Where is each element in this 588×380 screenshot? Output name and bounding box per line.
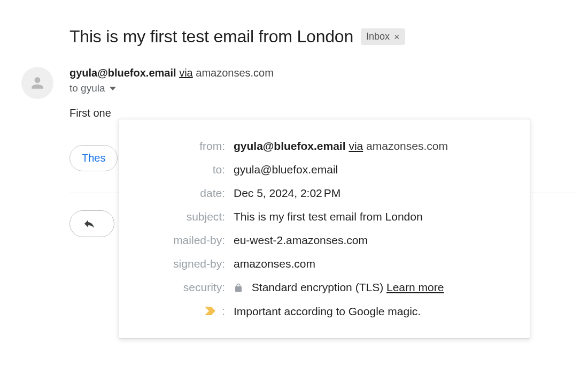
via-domain: amazonses.com (196, 67, 274, 79)
details-date-label: date: (134, 181, 229, 205)
details-to-value: gyula@bluefox.email (229, 158, 515, 181)
details-signedby-label: signed-by: (134, 252, 229, 276)
action-pill-button[interactable]: Thes (69, 145, 118, 171)
details-security-text: Standard encryption (TLS) (252, 281, 383, 293)
show-details-toggle[interactable]: to gyula (69, 82, 116, 94)
details-subject-label: subject: (134, 205, 229, 229)
important-marker-icon (205, 305, 216, 318)
details-from-via: via (349, 140, 363, 152)
action-pill-text: Thes (82, 152, 105, 164)
details-importance-label: : (222, 305, 225, 317)
details-importance-value: Important according to Google magic. (229, 299, 515, 323)
chevron-down-icon (110, 87, 116, 90)
to-summary: to gyula (69, 82, 105, 94)
details-security-label: security: (134, 276, 229, 299)
sender-email: gyula@bluefox.email (69, 67, 176, 79)
reply-button[interactable] (69, 210, 114, 237)
sender-line: gyula@bluefox.email via amazonses.com (69, 67, 577, 79)
lock-icon (234, 283, 243, 293)
category-label[interactable]: Inbox × (361, 28, 405, 45)
details-from-label: from: (134, 134, 229, 158)
reply-arrow-icon (83, 217, 96, 230)
message-details-popover: from: gyula@bluefox.email via amazonses.… (119, 119, 530, 339)
learn-more-link[interactable]: Learn more (386, 281, 444, 293)
details-mailedby-value: eu-west-2.amazonses.com (229, 229, 515, 252)
details-from-domain: amazonses.com (366, 140, 448, 152)
avatar (21, 67, 53, 99)
via-word: via (179, 67, 193, 79)
details-from-email: gyula@bluefox.email (234, 140, 346, 152)
details-signedby-value: amazonses.com (229, 252, 515, 276)
details-to-label: to: (134, 158, 229, 181)
category-label-text: Inbox (366, 31, 390, 42)
message-body: First one (69, 107, 577, 119)
details-subject-value: This is my first test email from London (229, 205, 515, 229)
details-mailedby-label: mailed-by: (134, 229, 229, 252)
details-date-value: Dec 5, 2024, 2:02 PM (229, 181, 515, 205)
email-subject: This is my first test email from London (69, 27, 353, 47)
close-icon[interactable]: × (394, 32, 400, 42)
person-icon (29, 74, 46, 92)
